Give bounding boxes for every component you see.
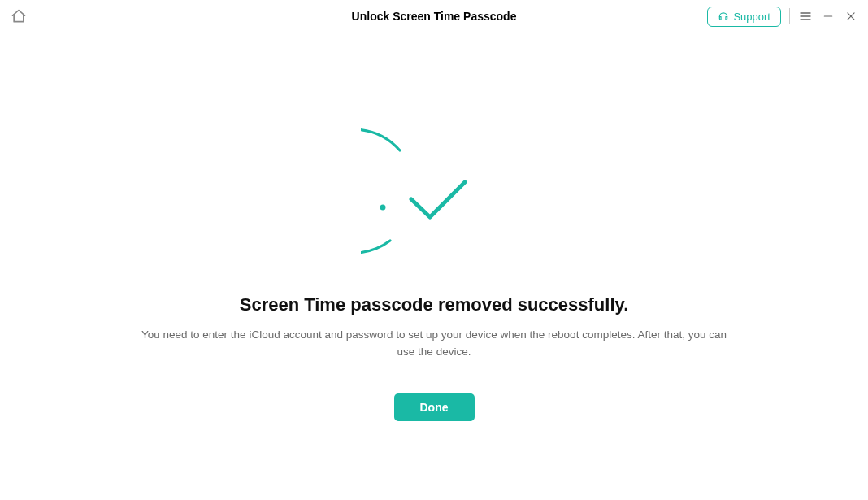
success-subtext: You need to enter the iCloud account and… xyxy=(133,327,735,361)
window-title: Unlock Screen Time Passcode xyxy=(352,10,517,23)
success-heading: Screen Time passcode removed successfull… xyxy=(240,294,629,315)
titlebar-left xyxy=(10,7,28,25)
menu-icon xyxy=(799,10,812,23)
support-button[interactable]: Support xyxy=(707,7,781,27)
menu-button[interactable] xyxy=(798,9,813,24)
done-button[interactable]: Done xyxy=(394,393,475,421)
home-button[interactable] xyxy=(10,7,28,25)
minimize-icon xyxy=(822,11,834,22)
titlebar: Unlock Screen Time Passcode Support xyxy=(0,0,868,33)
success-indicator xyxy=(361,124,507,270)
minimize-button[interactable] xyxy=(821,9,835,24)
main-content: Screen Time passcode removed successfull… xyxy=(0,33,868,421)
window-controls xyxy=(798,9,858,24)
titlebar-right: Support xyxy=(707,7,858,27)
titlebar-divider xyxy=(789,8,790,24)
svg-point-6 xyxy=(380,205,386,211)
close-button[interactable] xyxy=(844,9,858,24)
home-icon xyxy=(11,8,27,24)
close-icon xyxy=(845,11,857,22)
support-label: Support xyxy=(733,11,770,23)
success-checkmark-icon xyxy=(361,124,507,270)
done-button-label: Done xyxy=(420,401,449,414)
headset-icon xyxy=(718,11,729,22)
